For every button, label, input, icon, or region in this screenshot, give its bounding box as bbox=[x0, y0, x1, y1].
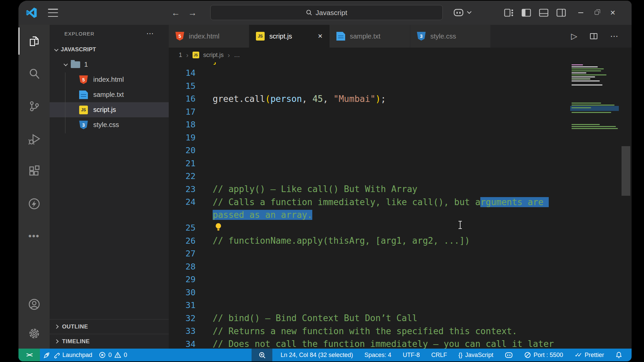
source-control-icon[interactable] bbox=[18, 90, 50, 122]
run-button[interactable]: ▷ bbox=[571, 32, 577, 41]
account-icon[interactable] bbox=[18, 290, 50, 318]
folder-row[interactable]: 1 bbox=[50, 57, 169, 72]
code-line: passed as an array. bbox=[169, 208, 632, 222]
encoding-status[interactable]: UTF-8 bbox=[399, 349, 423, 361]
vscode-logo-icon bbox=[26, 7, 37, 18]
command-center-search[interactable]: Javascript bbox=[210, 5, 443, 20]
file-row-sample.txt[interactable]: sample.txt bbox=[50, 87, 169, 102]
code-editor[interactable]: }141516greet.call(person, 45, "Mumbai");… bbox=[169, 62, 632, 349]
tab-close-icon[interactable]: ✕ bbox=[318, 33, 323, 40]
code-line: 29 bbox=[169, 273, 632, 286]
tab-index.html[interactable]: 5index.html bbox=[169, 25, 249, 48]
prettier-status[interactable]: ✓✓ Prettier bbox=[571, 349, 607, 361]
cursor-position-status[interactable]: Ln 24, Col 84 (32 selected) bbox=[277, 349, 356, 361]
title-bar: ← → Javascript bbox=[18, 1, 632, 25]
brackets-icon: {} bbox=[459, 352, 463, 359]
copilot-menu-button[interactable] bbox=[453, 8, 472, 17]
tab-sample.txt[interactable]: sample.txt bbox=[330, 25, 410, 48]
live-server-port-status[interactable]: Port : 5500 bbox=[521, 349, 567, 361]
tab-bar: 5index.htmlJSscript.js✕sample.txt3style.… bbox=[169, 25, 632, 48]
minimap-line bbox=[572, 70, 601, 71]
toggle-secondary-sidebar-icon[interactable] bbox=[556, 9, 566, 17]
line-number: 33 bbox=[169, 326, 213, 336]
zoom-status[interactable] bbox=[252, 349, 272, 361]
folder-name: 1 bbox=[84, 61, 88, 68]
run-debug-icon[interactable] bbox=[18, 122, 50, 155]
line-number: 21 bbox=[169, 159, 213, 168]
language-status[interactable]: {} JavaScript bbox=[455, 349, 497, 361]
remote-indicator[interactable]: >< bbox=[18, 349, 40, 361]
vscode-window: ← → Javascript bbox=[18, 1, 632, 361]
restore-button[interactable] bbox=[589, 1, 605, 25]
html-file-icon: 5 bbox=[79, 75, 88, 84]
explorer-more-actions-icon[interactable]: ⋯ bbox=[146, 32, 154, 35]
customize-layout-icon[interactable] bbox=[504, 9, 514, 17]
txt-file-icon bbox=[336, 32, 345, 41]
minimap-line bbox=[572, 64, 583, 65]
settings-gear-icon[interactable] bbox=[18, 318, 50, 349]
minimize-button[interactable] bbox=[573, 1, 589, 25]
tab-script.js[interactable]: JSscript.js✕ bbox=[249, 25, 330, 48]
explorer-icon[interactable] bbox=[18, 25, 50, 57]
outline-panel-header[interactable]: OUTLINE bbox=[50, 319, 169, 334]
toggle-sidebar-icon[interactable] bbox=[522, 9, 531, 17]
code-line: 24// Calls a function immediately, like … bbox=[169, 196, 632, 209]
nav-back-button[interactable]: ← bbox=[170, 6, 181, 19]
line-number: 23 bbox=[169, 184, 213, 194]
breadcrumb-symbol[interactable]: … bbox=[234, 52, 240, 59]
workspace-section-header[interactable]: JAVASCRIPT bbox=[50, 42, 169, 57]
code-text: // Returns a new function with the speci… bbox=[213, 326, 517, 336]
copilot-status[interactable] bbox=[501, 349, 516, 361]
breadcrumb-folder[interactable]: 1 bbox=[179, 52, 182, 59]
file-name: sample.txt bbox=[93, 91, 124, 99]
file-row-index.html[interactable]: 5index.html bbox=[50, 72, 169, 87]
tab-style.css[interactable]: 3style.css bbox=[410, 25, 491, 48]
thunder-client-icon[interactable] bbox=[18, 187, 50, 220]
menu-hamburger-icon[interactable] bbox=[48, 9, 58, 17]
minimap-line bbox=[572, 78, 590, 79]
code-line: 19 bbox=[169, 131, 632, 144]
code-action-lightbulb-icon[interactable] bbox=[214, 223, 223, 231]
minimap[interactable] bbox=[570, 63, 619, 204]
link-icon bbox=[53, 352, 60, 358]
minimap-line bbox=[572, 105, 614, 106]
minimap-line bbox=[572, 124, 600, 125]
minimap-line bbox=[572, 80, 600, 81]
line-number: 25 bbox=[169, 223, 213, 233]
more-views-icon[interactable]: ••• bbox=[18, 220, 50, 252]
extensions-icon[interactable] bbox=[18, 155, 50, 187]
file-row-script.js[interactable]: JSscript.js bbox=[50, 102, 169, 117]
minimap-line bbox=[572, 76, 595, 77]
editor-scrollbar-thumb[interactable] bbox=[622, 146, 630, 196]
html-file-icon: 5 bbox=[175, 32, 184, 41]
eol-status[interactable]: CRLF bbox=[428, 349, 450, 361]
toggle-panel-icon[interactable] bbox=[539, 9, 548, 17]
code-line: 23// apply() – Like call() But With Arra… bbox=[169, 183, 632, 196]
split-editor-icon[interactable] bbox=[590, 33, 597, 39]
copilot-icon bbox=[505, 352, 513, 358]
copilot-icon bbox=[453, 8, 464, 17]
status-bar: >< Launchpad 0 0 bbox=[18, 349, 632, 361]
search-view-icon[interactable] bbox=[18, 57, 50, 90]
file-tree: 1 5index.htmlsample.txtJSscript.js3style… bbox=[50, 57, 169, 319]
code-text: passed as an array. bbox=[213, 210, 312, 220]
folder-icon bbox=[71, 61, 80, 68]
code-text bbox=[213, 223, 223, 233]
slash-circle-icon bbox=[524, 352, 531, 358]
line-number: 19 bbox=[169, 133, 213, 142]
notifications-bell-icon[interactable] bbox=[612, 349, 626, 361]
indentation-status[interactable]: Spaces: 4 bbox=[361, 349, 395, 361]
problems-status[interactable]: 0 0 bbox=[96, 349, 130, 361]
code-line: 15 bbox=[169, 79, 632, 93]
timeline-panel-header[interactable]: TIMELINE bbox=[50, 334, 169, 349]
nav-forward-button[interactable]: → bbox=[187, 6, 198, 19]
editor-more-actions-icon[interactable]: ⋯ bbox=[610, 32, 618, 41]
close-button[interactable]: ✕ bbox=[605, 1, 621, 25]
breadcrumb-file[interactable]: script.js bbox=[203, 52, 224, 59]
line-number: 22 bbox=[169, 171, 213, 181]
line-number: 29 bbox=[169, 275, 213, 284]
launchpad-status[interactable]: Launchpad bbox=[40, 349, 96, 361]
line-number: 28 bbox=[169, 262, 213, 272]
minimap-selection-highlight bbox=[570, 106, 619, 111]
file-row-style.css[interactable]: 3style.css bbox=[50, 117, 169, 132]
